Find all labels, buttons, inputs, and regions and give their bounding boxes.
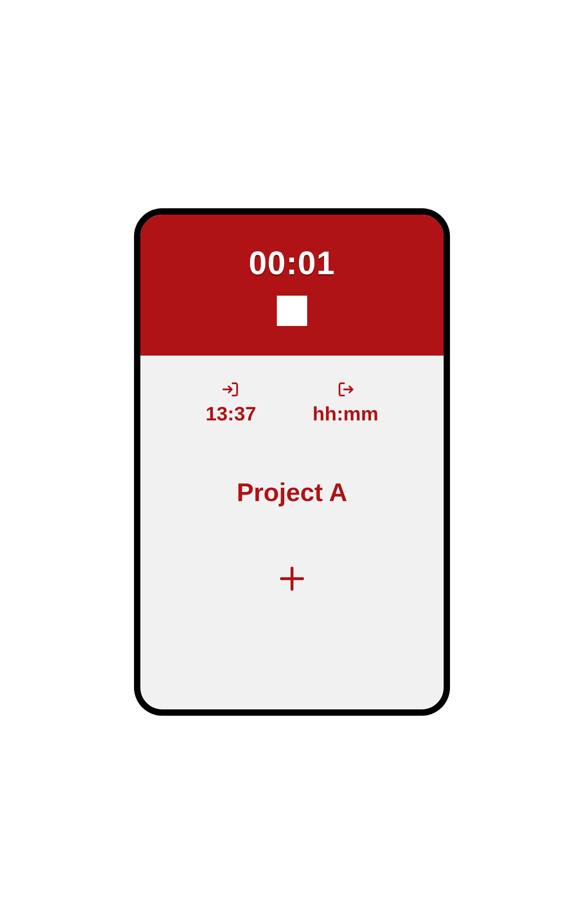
- check-in-time: 13:37: [205, 402, 256, 425]
- check-out-time: hh:mm: [313, 402, 379, 425]
- logout-icon: [336, 380, 355, 400]
- login-icon: [222, 380, 240, 400]
- add-button[interactable]: [276, 563, 308, 595]
- time-row: 13:37 hh:mm: [205, 380, 379, 425]
- body-area: 13:37 hh:mm Project A: [141, 356, 443, 595]
- timer-header: 00:01: [141, 214, 443, 356]
- plus-icon: [276, 563, 308, 596]
- stop-button[interactable]: [277, 296, 307, 326]
- check-in-block[interactable]: 13:37: [205, 380, 256, 425]
- check-out-block[interactable]: hh:mm: [313, 380, 379, 425]
- elapsed-timer: 00:01: [249, 244, 335, 282]
- device-frame: 00:01 13:37: [134, 208, 450, 716]
- project-name[interactable]: Project A: [237, 478, 347, 507]
